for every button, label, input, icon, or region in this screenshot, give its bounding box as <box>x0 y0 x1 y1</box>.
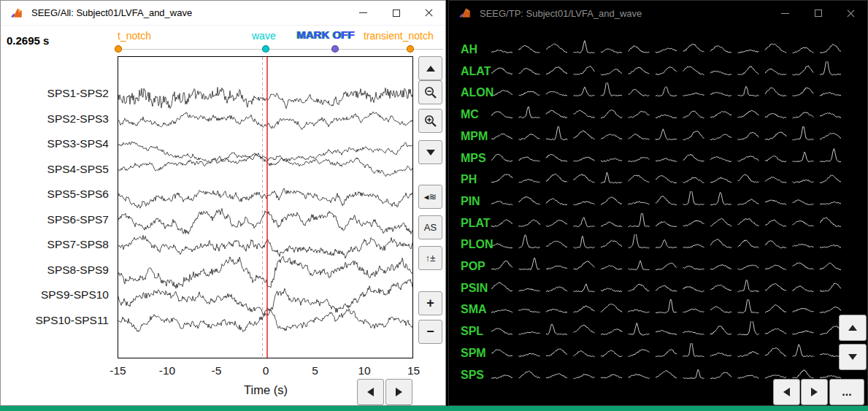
x-tick--15: -15 <box>110 364 126 377</box>
tp-row-traces-MPS[interactable] <box>491 148 856 167</box>
tp-row-traces-ALAT[interactable] <box>491 61 856 80</box>
tp-channel-label-PLAT: PLAT <box>461 217 491 230</box>
autoscale-button[interactable]: AS <box>418 215 442 239</box>
tp-channel-label-POP: POP <box>461 260 485 273</box>
tp-row-traces-SPL[interactable] <box>491 321 856 340</box>
eeg-trace-SPS3-SPS4 <box>118 142 412 166</box>
marker-dot-wave[interactable] <box>262 45 269 53</box>
maximize-button[interactable] <box>380 1 412 25</box>
tp-channel-label-SPM: SPM <box>461 347 486 360</box>
seeg-tp-window: SEEG/TP: Subject01/LVFA_and_wave AHALATA… <box>448 0 868 406</box>
tp-channel-label-MC: MC <box>461 108 479 121</box>
amplitude-plus-button[interactable]: + <box>418 291 442 315</box>
tp-channel-label-PIN: PIN <box>461 195 480 208</box>
tp-row-traces-SMA[interactable] <box>491 299 856 318</box>
tp-row-traces-MC[interactable] <box>491 104 856 123</box>
tp-channel-label-MPS: MPS <box>461 152 486 165</box>
max-amplitude-text: Max amplitude: 1279 uV <box>461 360 589 373</box>
zoom-out-button[interactable] <box>418 80 442 104</box>
tp-channel-label-PH: PH <box>461 173 477 186</box>
triangle-left-icon <box>367 388 374 396</box>
flip-display-label: ◂≋ <box>424 191 437 202</box>
close-button[interactable] <box>412 1 445 25</box>
tp-channel-label-PLON: PLON <box>461 238 493 251</box>
tp-channel-label-MPM: MPM <box>461 130 488 143</box>
page-right-button[interactable] <box>385 379 412 405</box>
tp-row-traces-PLON[interactable] <box>491 234 856 253</box>
close-button[interactable] <box>834 1 867 26</box>
page-left-button[interactable] <box>357 379 384 405</box>
marker-track <box>116 49 443 50</box>
autoscale-label: AS <box>424 222 437 233</box>
marker-label-transient-notch[interactable]: transient_notch <box>364 30 434 42</box>
tp-row-traces-PSIN[interactable] <box>491 278 856 297</box>
close-icon <box>424 8 434 18</box>
eeg-trace-SPS4-SPS5 <box>118 153 412 176</box>
tp-channel-label-SMA: SMA <box>461 303 487 316</box>
maximize-icon <box>815 9 822 17</box>
minimize-button[interactable] <box>347 1 380 25</box>
x-tick--5: -5 <box>212 364 222 377</box>
eeg-plot-area[interactable] <box>118 56 413 358</box>
right-titlebar[interactable]: SEEG/TP: Subject01/LVFA_and_wave <box>449 1 867 26</box>
triangle-right-icon <box>811 388 818 396</box>
tp-channel-label-AH: AH <box>461 43 477 56</box>
scroll-up-button[interactable] <box>418 56 442 80</box>
tp-row-traces-PIN[interactable] <box>491 191 856 210</box>
tp-row-traces-SPM[interactable] <box>491 343 856 362</box>
flip-display-button[interactable]: ◂≋ <box>418 185 442 209</box>
maximize-button[interactable] <box>802 1 834 26</box>
marker-dot-t-notch[interactable] <box>115 45 122 53</box>
zoom-in-button[interactable] <box>418 109 442 133</box>
x-tick--10: -10 <box>159 364 175 377</box>
marker-label-wave[interactable]: wave <box>252 30 276 42</box>
minimize-icon <box>781 13 789 14</box>
channel-label-SPS10-SPS11: SPS10-SPS11 <box>1 314 109 327</box>
channel-label-SPS2-SPS3: SPS2-SPS3 <box>1 112 109 126</box>
eeg-trace-SPS1-SPS2 <box>118 88 412 109</box>
tp-row-traces-ALON[interactable] <box>491 82 856 101</box>
close-icon <box>846 9 856 18</box>
magnifier-minus-icon <box>423 85 437 99</box>
desktop: SEEG/All: Subject01/LVFA_and_wave 0.2695… <box>0 0 868 411</box>
eeg-trace-SPS5-SPS6 <box>118 188 412 208</box>
channel-label-SPS7-SPS8: SPS7-SPS8 <box>1 238 109 251</box>
marker-dot-mark-off[interactable] <box>331 45 339 53</box>
eeg-traces-svg <box>118 57 412 358</box>
tri-down-icon <box>426 150 435 155</box>
seeg-all-window: SEEG/All: Subject01/LVFA_and_wave 0.2695… <box>0 0 446 406</box>
marker-dot-transient-notch[interactable] <box>407 45 414 53</box>
left-titlebar[interactable]: SEEG/All: Subject01/LVFA_and_wave <box>1 1 445 26</box>
eeg-trace-SPS2-SPS3 <box>118 112 412 129</box>
matlab-icon <box>10 7 23 20</box>
channel-label-column: SPS1-SPS2SPS2-SPS3SPS3-SPS4SPS4-SPS5SPS5… <box>1 1 113 380</box>
channel-label-SPS6-SPS7: SPS6-SPS7 <box>1 213 109 226</box>
window-controls <box>347 1 445 25</box>
scroll-down-button[interactable] <box>418 140 442 164</box>
tp-row-traces-PH[interactable] <box>491 169 856 188</box>
triangle-left-icon <box>783 388 790 396</box>
tp-row-traces-PLAT[interactable] <box>491 213 856 232</box>
marker-label-mark-off[interactable]: MARK OFF <box>297 28 355 41</box>
marker-label-t-notch[interactable]: t_notch <box>118 30 151 42</box>
x-tick-5: 5 <box>312 364 318 377</box>
tp-channel-label-SPL: SPL <box>461 325 483 338</box>
eeg-trace-SPS7-SPS8 <box>118 235 412 258</box>
window-title: SEEG/TP: Subject01/LVFA_and_wave <box>480 8 642 19</box>
eeg-trace-SPS6-SPS7 <box>118 209 412 234</box>
x-tick-0: 0 <box>263 364 269 377</box>
time-window-text: Time window: [-230, 770] ms <box>461 380 613 393</box>
tp-row-traces-POP[interactable] <box>491 256 856 275</box>
minimize-icon <box>359 12 367 13</box>
minimize-button[interactable] <box>769 1 802 26</box>
amplitude-minus-button[interactable]: − <box>418 320 442 344</box>
tp-channel-label-PSIN: PSIN <box>461 282 488 295</box>
tri-up-icon <box>426 66 435 72</box>
gain-label: ↑± <box>426 253 436 264</box>
gain-button[interactable]: ↑± <box>418 246 442 270</box>
tp-row-traces-AH[interactable] <box>491 39 856 58</box>
tp-row-traces-MPM[interactable] <box>491 126 856 145</box>
triangle-right-icon <box>396 388 402 396</box>
cursor-time-display: 0.2695 s <box>7 34 49 47</box>
amplitude-plus-label: + <box>426 296 434 311</box>
